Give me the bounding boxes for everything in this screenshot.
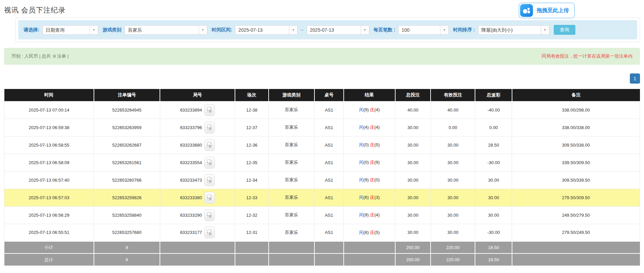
session-cell: 12-33	[235, 189, 269, 206]
page: 视讯 会员下注纪录 拖拽至此上传 请选择: 日期查询 ▼ 游戏类别 百家乐 ▼	[0, 0, 644, 266]
player-result: 闲	[359, 142, 363, 147]
note-cell: 279.50/309.50	[512, 189, 640, 206]
chevron-down-icon: ▼	[541, 26, 549, 34]
table-row[interactable]: 2025-07-13 06:58:09 522653261561 6332335…	[4, 154, 640, 171]
valid-bet-cell: 30.00	[431, 206, 475, 224]
player-result: 闲	[359, 125, 363, 130]
note-cell: 338.00/298.00	[512, 101, 640, 119]
footer-label-cell: 小计	[4, 241, 94, 253]
round-cell: 633233554	[160, 154, 235, 171]
round-cell: 633233473	[160, 171, 235, 189]
footer-valid-bet-cell: 220.00	[431, 253, 475, 266]
video-file-icon	[207, 159, 212, 166]
result-cell: 闲(6) 庄(3)	[344, 189, 395, 206]
game-type-select[interactable]: 百家乐 ▼	[125, 25, 207, 35]
table-no-cell: AS1	[314, 224, 344, 241]
sort-order-select[interactable]: 降冪(由大到小) ▼	[478, 25, 549, 35]
player-result: 闲	[359, 230, 363, 235]
video-replay-button[interactable]	[204, 157, 215, 169]
column-header-2: 局号	[160, 89, 235, 101]
banker-result: 庄	[370, 160, 374, 165]
date-to-picker[interactable]: 2025-07-13 ▼	[307, 25, 369, 35]
total-bet-cell[interactable]: 30.00	[395, 154, 431, 171]
payout-cell: 0.00	[475, 119, 512, 136]
video-replay-button[interactable]	[204, 174, 215, 186]
table-row[interactable]: 2025-07-13 06:57:40 522653260766 6332334…	[4, 171, 640, 189]
chevron-down-icon: ▼	[199, 26, 207, 34]
chevron-down-icon: ▼	[90, 26, 98, 34]
video-replay-button[interactable]	[204, 104, 215, 116]
table-row[interactable]: 2025-07-13 07:00:14 522653264945 6332338…	[4, 101, 640, 119]
column-header-10: 备注	[512, 89, 640, 101]
video-replay-button[interactable]	[204, 122, 215, 133]
banker-result: 庄	[370, 125, 374, 130]
total-bet-cell[interactable]: 40.00	[395, 101, 431, 119]
column-header-4: 游戏类别	[269, 89, 314, 101]
result-cell: 闲(9) 庄(0)	[344, 171, 395, 189]
table-row[interactable]: 2025-07-13 06:55:51 522653257680 6332331…	[4, 224, 640, 241]
total-bet-cell[interactable]: 30.00	[395, 224, 431, 241]
table-no-cell: AS1	[314, 101, 344, 119]
video-file-icon	[207, 124, 212, 131]
game-type-cell: 百家乐	[269, 119, 314, 136]
bet-id-cell: 522653264945	[94, 101, 160, 119]
note-cell: 309.50/339.50	[512, 171, 640, 189]
valid-bet-cell: 30.00	[431, 224, 475, 241]
round-number: 633233290	[180, 213, 202, 218]
valid-bet-cell: 0.00	[431, 119, 475, 136]
video-replay-button[interactable]	[204, 192, 215, 204]
game-type-label: 游戏类别	[103, 27, 122, 33]
round-number: 633233796	[180, 125, 202, 130]
banker-result: 庄	[370, 107, 374, 112]
table-row[interactable]: 2025-07-13 06:57:03 522653259826 6332333…	[4, 189, 640, 206]
page-title: 视讯 会员下注纪录	[4, 5, 66, 15]
page-number-button[interactable]: 1	[630, 73, 640, 84]
bet-id-cell: 522653262687	[94, 136, 160, 154]
total-bet-cell[interactable]: 30.00	[395, 119, 431, 136]
bet-id-cell: 522653257680	[94, 224, 160, 241]
game-type-cell: 百家乐	[269, 171, 314, 189]
total-bet-cell[interactable]: 30.00	[395, 136, 431, 154]
date-from-picker[interactable]: 2025-07-13 ▼	[235, 25, 298, 35]
query-type-select[interactable]: 日期查询 ▼	[42, 25, 98, 35]
footer-count-cell: 8	[94, 241, 160, 253]
valid-bet-cell: 40.00	[431, 101, 475, 119]
table-row[interactable]: 2025-07-13 06:56:29 522653258840 6332332…	[4, 206, 640, 224]
result-cell: 闲(9) 庄(4)	[344, 101, 395, 119]
game-type-cell: 百家乐	[269, 189, 314, 206]
bet-id-cell: 522653260766	[94, 171, 160, 189]
chevron-down-icon: ▼	[361, 26, 369, 34]
player-result: 闲	[359, 107, 363, 112]
page-size-select[interactable]: 100 ▼	[398, 25, 449, 35]
valid-bet-notice: 同局有效投注，统一计算在该局第一张注单内	[542, 53, 633, 59]
chevron-down-icon: ▼	[289, 26, 297, 34]
page-size-label: 每页笔数 :	[374, 27, 396, 33]
bet-id-cell: 522653261561	[94, 154, 160, 171]
video-replay-button[interactable]	[204, 139, 215, 151]
records-table: 时间注单编号局号场次游戏类别桌号结果总投注有效投注总派彩备注 2025-07-1…	[4, 89, 640, 266]
table-row[interactable]: 2025-07-13 06:58:55 522653262687 6332336…	[4, 136, 640, 154]
payout-cell: 28.50	[475, 136, 512, 154]
footer-total-bet-cell: 250.00	[395, 241, 431, 253]
upload-dropzone-button[interactable]: 拖拽至此上传	[519, 3, 575, 18]
result-cell: 闲(0) 庄(9)	[344, 154, 395, 171]
top-bar: 视讯 会员下注纪录 拖拽至此上传	[4, 0, 640, 18]
total-bet-cell[interactable]: 30.00	[395, 189, 431, 206]
video-replay-button[interactable]	[204, 226, 215, 238]
column-header-3: 场次	[235, 89, 269, 101]
total-bet-cell[interactable]: 30.00	[395, 206, 431, 224]
total-bet-cell[interactable]: 30.00	[395, 171, 431, 189]
video-replay-button[interactable]	[204, 209, 215, 221]
time-range-label: 时间区间:	[212, 27, 232, 33]
banker-result: 庄	[370, 212, 374, 217]
result-cell: 闲(0) 庄(5)	[344, 136, 395, 154]
column-header-0: 时间	[4, 89, 94, 101]
game-type-cell: 百家乐	[269, 206, 314, 224]
round-cell: 633233380	[160, 189, 235, 206]
search-button[interactable]: 查询	[554, 25, 575, 35]
table-row[interactable]: 2025-07-13 06:59:38 522653263959 6332337…	[4, 119, 640, 136]
round-cell: 633233290	[160, 206, 235, 224]
banker-result: 庄	[370, 177, 374, 182]
pagination: 1	[4, 73, 640, 84]
table-no-cell: AS1	[314, 154, 344, 171]
